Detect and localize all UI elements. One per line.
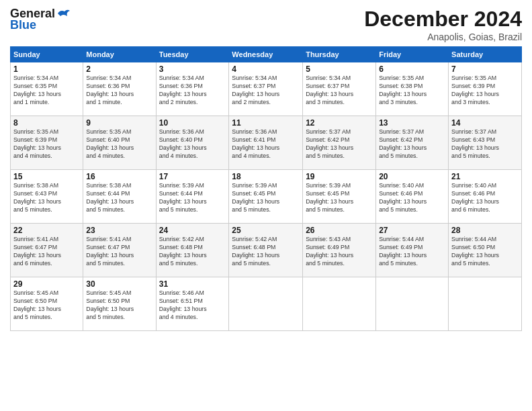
- day-info: Sunrise: 5:37 AM Sunset: 6:42 PM Dayligh…: [379, 128, 445, 161]
- calendar-cell: 30Sunrise: 5:45 AM Sunset: 6:50 PM Dayli…: [83, 277, 156, 331]
- calendar-cell: 29Sunrise: 5:45 AM Sunset: 6:50 PM Dayli…: [11, 277, 83, 331]
- day-number: 11: [232, 118, 300, 128]
- calendar-cell: 19Sunrise: 5:39 AM Sunset: 6:45 PM Dayli…: [303, 170, 376, 224]
- calendar-week-row: 22Sunrise: 5:41 AM Sunset: 6:47 PM Dayli…: [11, 224, 522, 277]
- day-info: Sunrise: 5:45 AM Sunset: 6:50 PM Dayligh…: [13, 289, 80, 322]
- calendar-cell: 26Sunrise: 5:43 AM Sunset: 6:49 PM Dayli…: [303, 224, 376, 277]
- day-info: Sunrise: 5:37 AM Sunset: 6:43 PM Dayligh…: [451, 128, 519, 161]
- day-of-week-header: Wednesday: [229, 47, 303, 62]
- calendar-cell: 24Sunrise: 5:42 AM Sunset: 6:48 PM Dayli…: [156, 224, 229, 277]
- day-of-week-header: Saturday: [449, 47, 522, 62]
- day-info: Sunrise: 5:39 AM Sunset: 6:45 PM Dayligh…: [232, 182, 300, 214]
- logo-bird-icon: [56, 8, 71, 20]
- logo-blue: Blue: [10, 18, 36, 32]
- day-number: 2: [86, 64, 152, 74]
- day-number: 29: [13, 279, 80, 289]
- day-info: Sunrise: 5:34 AM Sunset: 6:36 PM Dayligh…: [86, 75, 152, 107]
- day-info: Sunrise: 5:44 AM Sunset: 6:49 PM Dayligh…: [379, 236, 445, 268]
- calendar-week-row: 1Sunrise: 5:34 AM Sunset: 6:35 PM Daylig…: [11, 62, 522, 116]
- day-number: 7: [451, 64, 519, 74]
- calendar-cell: 21Sunrise: 5:40 AM Sunset: 6:46 PM Dayli…: [449, 170, 522, 224]
- calendar-cell: 1Sunrise: 5:34 AM Sunset: 6:35 PM Daylig…: [11, 62, 83, 116]
- day-info: Sunrise: 5:35 AM Sunset: 6:39 PM Dayligh…: [13, 128, 80, 161]
- day-number: 27: [379, 226, 445, 235]
- calendar-cell: 17Sunrise: 5:39 AM Sunset: 6:44 PM Dayli…: [156, 170, 229, 224]
- day-number: 14: [451, 118, 519, 128]
- month-title: December 2024: [364, 7, 522, 32]
- day-number: 6: [379, 64, 445, 74]
- calendar-cell: 13Sunrise: 5:37 AM Sunset: 6:42 PM Dayli…: [376, 116, 449, 170]
- calendar-cell: 11Sunrise: 5:36 AM Sunset: 6:41 PM Dayli…: [229, 116, 303, 170]
- day-number: 8: [13, 118, 80, 128]
- day-info: Sunrise: 5:42 AM Sunset: 6:48 PM Dayligh…: [232, 236, 300, 268]
- day-number: 5: [306, 64, 373, 74]
- day-info: Sunrise: 5:39 AM Sunset: 6:45 PM Dayligh…: [306, 182, 373, 214]
- day-info: Sunrise: 5:38 AM Sunset: 6:43 PM Dayligh…: [13, 182, 80, 214]
- day-info: Sunrise: 5:38 AM Sunset: 6:44 PM Dayligh…: [86, 182, 152, 214]
- day-number: 12: [306, 118, 373, 128]
- day-number: 1: [13, 64, 80, 74]
- calendar-table: SundayMondayTuesdayWednesdayThursdayFrid…: [10, 46, 522, 331]
- day-info: Sunrise: 5:35 AM Sunset: 6:38 PM Dayligh…: [379, 75, 445, 107]
- calendar-cell: 18Sunrise: 5:39 AM Sunset: 6:45 PM Dayli…: [229, 170, 303, 224]
- calendar-cell: 4Sunrise: 5:34 AM Sunset: 6:37 PM Daylig…: [229, 62, 303, 116]
- calendar-cell: [376, 277, 449, 331]
- calendar-cell: 28Sunrise: 5:44 AM Sunset: 6:50 PM Dayli…: [449, 224, 522, 277]
- calendar-cell: 8Sunrise: 5:35 AM Sunset: 6:39 PM Daylig…: [11, 116, 83, 170]
- day-number: 9: [86, 118, 152, 128]
- main-container: General Blue December 2024 Anapolis, Goi…: [0, 0, 532, 338]
- day-number: 22: [13, 226, 80, 235]
- day-of-week-header: Tuesday: [156, 47, 229, 62]
- day-number: 4: [232, 64, 300, 74]
- calendar-cell: 7Sunrise: 5:35 AM Sunset: 6:39 PM Daylig…: [449, 62, 522, 116]
- day-info: Sunrise: 5:43 AM Sunset: 6:49 PM Dayligh…: [306, 236, 373, 268]
- day-info: Sunrise: 5:34 AM Sunset: 6:35 PM Dayligh…: [13, 75, 80, 107]
- header-row: General Blue December 2024 Anapolis, Goi…: [10, 7, 522, 42]
- day-number: 19: [306, 172, 373, 181]
- logo: General Blue: [10, 7, 71, 32]
- day-of-week-header: Sunday: [11, 47, 83, 62]
- day-number: 16: [86, 172, 152, 181]
- day-of-week-header: Thursday: [303, 47, 376, 62]
- calendar-cell: 14Sunrise: 5:37 AM Sunset: 6:43 PM Dayli…: [449, 116, 522, 170]
- title-section: December 2024 Anapolis, Goias, Brazil: [364, 7, 522, 42]
- day-info: Sunrise: 5:41 AM Sunset: 6:47 PM Dayligh…: [13, 236, 80, 268]
- day-of-week-header: Monday: [83, 47, 156, 62]
- day-of-week-header: Friday: [376, 47, 449, 62]
- calendar-cell: 31Sunrise: 5:46 AM Sunset: 6:51 PM Dayli…: [156, 277, 229, 331]
- location: Anapolis, Goias, Brazil: [364, 32, 522, 42]
- day-info: Sunrise: 5:42 AM Sunset: 6:48 PM Dayligh…: [159, 236, 226, 268]
- calendar-cell: 23Sunrise: 5:41 AM Sunset: 6:47 PM Dayli…: [83, 224, 156, 277]
- day-info: Sunrise: 5:44 AM Sunset: 6:50 PM Dayligh…: [451, 236, 519, 268]
- calendar-cell: [449, 277, 522, 331]
- calendar-cell: 16Sunrise: 5:38 AM Sunset: 6:44 PM Dayli…: [83, 170, 156, 224]
- day-number: 31: [159, 279, 226, 289]
- day-number: 30: [86, 279, 152, 289]
- day-info: Sunrise: 5:45 AM Sunset: 6:50 PM Dayligh…: [86, 289, 152, 322]
- calendar-cell: 10Sunrise: 5:36 AM Sunset: 6:40 PM Dayli…: [156, 116, 229, 170]
- calendar-week-row: 15Sunrise: 5:38 AM Sunset: 6:43 PM Dayli…: [11, 170, 522, 224]
- day-number: 23: [86, 226, 152, 235]
- calendar-week-row: 29Sunrise: 5:45 AM Sunset: 6:50 PM Dayli…: [11, 277, 522, 331]
- day-number: 13: [379, 118, 445, 128]
- calendar-cell: 15Sunrise: 5:38 AM Sunset: 6:43 PM Dayli…: [11, 170, 83, 224]
- calendar-week-row: 8Sunrise: 5:35 AM Sunset: 6:39 PM Daylig…: [11, 116, 522, 170]
- calendar-cell: 25Sunrise: 5:42 AM Sunset: 6:48 PM Dayli…: [229, 224, 303, 277]
- day-info: Sunrise: 5:35 AM Sunset: 6:40 PM Dayligh…: [86, 128, 152, 161]
- day-info: Sunrise: 5:36 AM Sunset: 6:41 PM Dayligh…: [232, 128, 300, 161]
- calendar-header-row: SundayMondayTuesdayWednesdayThursdayFrid…: [11, 47, 522, 62]
- calendar-cell: [229, 277, 303, 331]
- calendar-cell: 27Sunrise: 5:44 AM Sunset: 6:49 PM Dayli…: [376, 224, 449, 277]
- day-number: 10: [159, 118, 226, 128]
- calendar-cell: [303, 277, 376, 331]
- day-number: 24: [159, 226, 226, 235]
- day-info: Sunrise: 5:36 AM Sunset: 6:40 PM Dayligh…: [159, 128, 226, 161]
- day-info: Sunrise: 5:34 AM Sunset: 6:37 PM Dayligh…: [232, 75, 300, 107]
- calendar-cell: 20Sunrise: 5:40 AM Sunset: 6:46 PM Dayli…: [376, 170, 449, 224]
- day-number: 25: [232, 226, 300, 235]
- calendar-cell: 2Sunrise: 5:34 AM Sunset: 6:36 PM Daylig…: [83, 62, 156, 116]
- day-number: 21: [451, 172, 519, 181]
- day-info: Sunrise: 5:37 AM Sunset: 6:42 PM Dayligh…: [306, 128, 373, 161]
- day-number: 28: [451, 226, 519, 235]
- day-info: Sunrise: 5:34 AM Sunset: 6:36 PM Dayligh…: [159, 75, 226, 107]
